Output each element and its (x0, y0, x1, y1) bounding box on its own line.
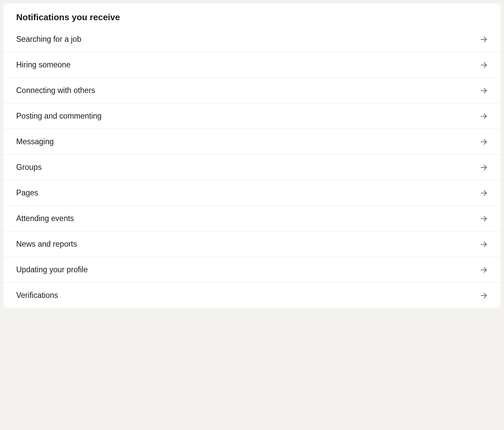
notifications-settings-card: Notifications you receive Searching for … (3, 3, 501, 308)
settings-item-label: Messaging (16, 137, 54, 146)
settings-item-label: Updating your profile (16, 265, 88, 274)
page-title: Notifications you receive (3, 3, 501, 31)
settings-item-pages[interactable]: Pages (3, 180, 501, 206)
settings-item-messaging[interactable]: Messaging (3, 129, 501, 154)
settings-item-label: Connecting with others (16, 86, 95, 95)
arrow-right-icon (480, 291, 488, 300)
settings-item-hiring-someone[interactable]: Hiring someone (3, 52, 501, 78)
arrow-right-icon (480, 35, 488, 43)
settings-item-label: Posting and commenting (16, 112, 102, 121)
arrow-right-icon (480, 189, 488, 197)
settings-item-updating-your-profile[interactable]: Updating your profile (3, 257, 501, 282)
arrow-right-icon (480, 87, 488, 95)
arrow-right-icon (480, 138, 488, 146)
settings-item-attending-events[interactable]: Attending events (3, 206, 501, 231)
settings-item-groups[interactable]: Groups (3, 154, 501, 180)
settings-item-label: Attending events (16, 214, 74, 223)
settings-item-label: Groups (16, 163, 41, 172)
arrow-right-icon (480, 215, 488, 223)
settings-item-posting-and-commenting[interactable]: Posting and commenting (3, 103, 501, 129)
arrow-right-icon (480, 240, 488, 248)
settings-item-searching-for-a-job[interactable]: Searching for a job (3, 31, 501, 52)
settings-list: Searching for a jobHiring someoneConnect… (3, 31, 501, 308)
settings-item-label: Searching for a job (16, 35, 81, 44)
arrow-right-icon (480, 61, 488, 69)
settings-item-verifications[interactable]: Verifications (3, 282, 501, 308)
arrow-right-icon (480, 266, 488, 274)
arrow-right-icon (480, 163, 488, 172)
arrow-right-icon (480, 112, 488, 120)
settings-item-label: Verifications (16, 291, 58, 300)
settings-item-connecting-with-others[interactable]: Connecting with others (3, 78, 501, 103)
settings-item-label: News and reports (16, 240, 77, 249)
settings-item-news-and-reports[interactable]: News and reports (3, 231, 501, 257)
settings-item-label: Hiring someone (16, 60, 71, 69)
settings-item-label: Pages (16, 188, 38, 197)
